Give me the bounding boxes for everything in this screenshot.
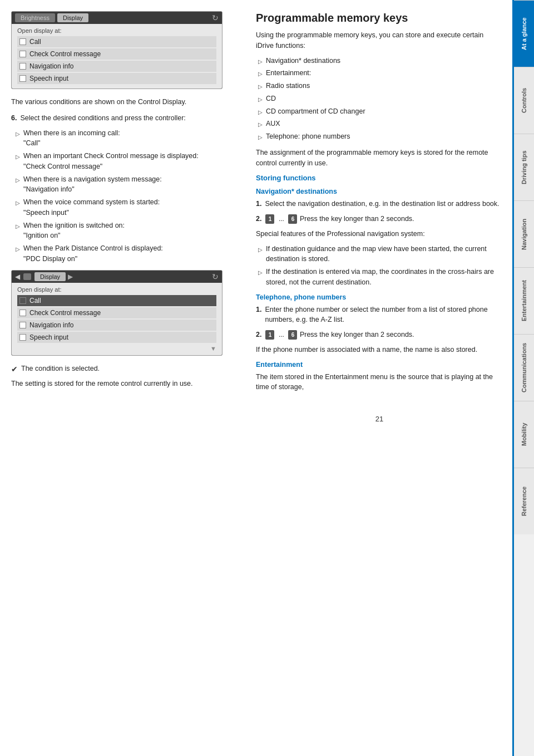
sidebar-tab-controls[interactable]: Controls [514, 67, 534, 134]
bullet-call-text: When there is an incoming call:"Call" [23, 128, 120, 149]
bullet-navmsg-text: When there is a navigation system messag… [23, 174, 162, 195]
sidebar-tab-entertainment[interactable]: Entertainment [514, 267, 534, 334]
display-tab-2[interactable]: Display [34, 272, 66, 281]
special-bullet-2-text: If the destination is entered via map, t… [266, 267, 503, 288]
tab-label-at-a-glance: At a glance [521, 17, 527, 50]
screen-row-speech-1: Speech input [17, 73, 216, 84]
nav-step-2: 2. 1 ... 6 Press the key longer than 2 s… [256, 214, 503, 224]
checkmark-icon [23, 273, 31, 280]
entertainment-text: The item stored in the Entertainment men… [256, 372, 503, 393]
tel-step-2-content: 1 ... 6 Press the key longer than 2 seco… [265, 330, 414, 340]
arrow-pdc: ▷ [16, 245, 20, 264]
sidebar-tabs: At a glance Controls Driving tips Naviga… [514, 0, 534, 756]
nav-right-icon: ▶ [68, 273, 73, 281]
row-label-nav-2: Navigation info [29, 321, 73, 329]
screen-row-call-1: Call [17, 36, 216, 47]
bullet-voice-text: When the voice command system is started… [23, 197, 160, 218]
tab-label-driving-tips: Driving tips [521, 150, 527, 184]
bullet-pdc-text: When the Park Distance Control is displa… [23, 243, 163, 264]
tab-label-entertainment: Entertainment [521, 281, 527, 322]
bullet-call: ▷ When there is an incoming call:"Call" [11, 128, 245, 149]
bullet-cd-changer: ▷ CD compartment of CD changer [256, 106, 503, 117]
bullet-pdc: ▷ When the Park Distance Control is disp… [11, 243, 245, 264]
screen-row-nav-1: Navigation info [17, 61, 216, 72]
bullet-cd-changer-text: CD compartment of CD changer [266, 106, 365, 117]
bullet-checkcontrol: ▷ When an important Check Control messag… [11, 151, 245, 172]
arrow-checkcontrol: ▷ [16, 153, 20, 172]
sidebar-tab-driving-tips[interactable]: Driving tips [514, 134, 534, 200]
special-bullet-1-text: If destination guidance and the map view… [266, 244, 503, 265]
display-tab[interactable]: Display [57, 13, 88, 22]
bullet-nav-dest: ▷ Navigation* destinations [256, 56, 503, 66]
r-arrow-special-2: ▷ [258, 268, 263, 288]
tel-step-2: 2. 1 ... 6 Press the key longer than 2 s… [256, 330, 503, 340]
sidebar-tab-mobility[interactable]: Mobility [514, 401, 534, 468]
bullet-nav-dest-text: Navigation* destinations [266, 56, 340, 66]
row-label-speech-2: Speech input [29, 333, 68, 341]
r-arrow-tel: ▷ [258, 133, 263, 142]
intro-text: The various conditions are shown on the … [11, 97, 245, 107]
tel-step-1: 1. Enter the phone number or select the … [256, 305, 503, 326]
r-arrow-cd: ▷ [258, 95, 263, 104]
screen-header-2: ◀ Display ▶ ↻ [12, 271, 222, 283]
note-line: ✔ The condition is selected. [11, 364, 245, 375]
checkbox-call-2 [19, 297, 26, 304]
tel-step-2-num: 2. [256, 330, 261, 340]
assignment-text: The assignment of the programmable memor… [256, 148, 503, 169]
row-label-speech-1: Speech input [29, 75, 68, 82]
r-arrow-nav: ▷ [258, 57, 263, 66]
r-arrow-aux: ▷ [258, 120, 263, 129]
row-label-nav-1: Navigation info [29, 62, 73, 70]
brightness-tab[interactable]: Brightness [15, 13, 55, 22]
key-6-badge-tel: 6 [288, 330, 297, 340]
row-label-check-1: Check Control message [29, 50, 101, 58]
nav-dest-title: Navigation* destinations [256, 188, 503, 195]
screen-mockup-1: Brightness Display ↻ Open display at: Ca… [11, 11, 222, 89]
bullet-cd: ▷ CD [256, 94, 503, 104]
tel-note: If the phone number is associated with a… [256, 345, 503, 355]
screen-body-1: Open display at: Call Check Control mess… [12, 24, 222, 89]
screen-header-1: Brightness Display ↻ [12, 12, 222, 24]
screen-mockup-2: ◀ Display ▶ ↻ Open display at: Call Chec… [11, 270, 222, 356]
special-features-text: Special features of the Professional nav… [256, 229, 503, 239]
bullet-ignition: ▷ When the ignition is switched on:"Igni… [11, 220, 245, 242]
screen-row-speech-2: Speech input [17, 332, 216, 343]
ellipsis-1: ... [279, 214, 284, 224]
r-arrow-radio: ▷ [258, 82, 263, 91]
nav-left-icon: ◀ [15, 273, 20, 281]
open-display-label-1: Open display at: [17, 27, 216, 34]
step-6: 6. Select the desired conditions and pre… [11, 113, 245, 124]
checkbox-speech-1 [19, 75, 26, 82]
bullet-radio-text: Radio stations [266, 81, 310, 91]
bullet-voice: ▷ When the voice command system is start… [11, 197, 245, 218]
left-column: Brightness Display ↻ Open display at: Ca… [11, 11, 245, 745]
page-number: 21 [256, 415, 503, 423]
tab-label-reference: Reference [521, 487, 527, 516]
r-arrow-cdchanger: ▷ [258, 108, 263, 117]
step-6-text: Select the desired conditions and press … [20, 113, 185, 124]
tel-step-1-text: Enter the phone number or select the num… [265, 305, 503, 326]
feature-bullet-list: ▷ Navigation* destinations ▷ Entertainme… [256, 56, 503, 142]
row-label-check-2: Check Control message [29, 309, 101, 317]
checkbox-nav-2 [19, 322, 26, 328]
sidebar-tab-communications[interactable]: Communications [514, 334, 534, 401]
bullet-cd-text: CD [266, 94, 276, 104]
screen-body-2: Open display at: Call Check Control mess… [12, 283, 222, 355]
main-title: Programmable memory keys [256, 11, 503, 24]
sidebar-tab-navigation[interactable]: Navigation [514, 200, 534, 267]
sidebar-tab-at-a-glance[interactable]: At a glance [514, 0, 534, 67]
bullet-radio: ▷ Radio stations [256, 81, 503, 91]
refresh-icon-2: ↻ [212, 272, 219, 281]
arrow-voice: ▷ [16, 199, 20, 218]
scroll-indicator: ▼ [17, 344, 216, 352]
sidebar-tab-reference[interactable]: Reference [514, 468, 534, 534]
nav-step-2-num: 2. [256, 214, 261, 224]
row-label-call-2: Call [29, 297, 41, 305]
r-arrow-special-1: ▷ [258, 246, 263, 265]
screen-row-check-1: Check Control message [17, 48, 216, 60]
check-symbol: ✔ [11, 364, 18, 375]
screen-row-call-2: Call [17, 295, 216, 306]
bullet-navmsg: ▷ When there is a navigation system mess… [11, 174, 245, 195]
nav-step-2-content: 1 ... 6 Press the key longer than 2 seco… [265, 214, 414, 224]
checkbox-check-1 [19, 51, 26, 57]
